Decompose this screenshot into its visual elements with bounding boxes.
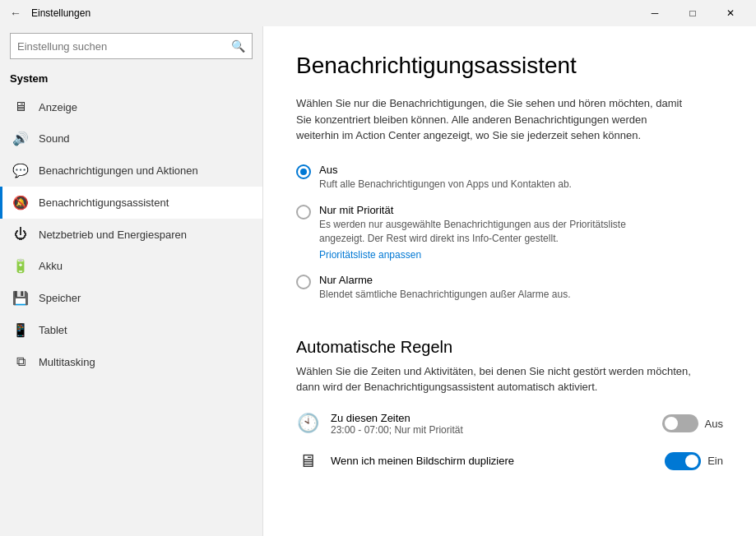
sidebar-item-benachrichtigungen[interactable]: 💬 Benachrichtigungen und Aktionen xyxy=(0,155,262,187)
sidebar-item-label-akku: Akku xyxy=(39,260,63,272)
tablet-icon: 📱 xyxy=(12,322,29,338)
radio-prioritaet-desc: Es werden nur ausgewählte Benachrichtigu… xyxy=(319,218,648,246)
radio-option-aus[interactable]: Aus Ruft alle Benachrichtigungen von App… xyxy=(296,164,723,192)
close-button[interactable]: ✕ xyxy=(712,0,749,26)
radio-prioritaet-label: Nur mit Priorität xyxy=(319,204,648,216)
app-body: 🔍 System 🖥 Anzeige 🔊 Sound 💬 Benachricht… xyxy=(0,26,756,536)
radio-aus-label: Aus xyxy=(319,164,572,176)
anzeige-icon: 🖥 xyxy=(12,99,29,114)
benachrichtigungen-icon: 💬 xyxy=(12,163,29,178)
rule-item-bildschirm: 🖥 Wenn ich meinen Bildschirm dupliziere … xyxy=(296,451,723,472)
radio-aus[interactable] xyxy=(296,164,311,179)
radio-aus-desc: Ruft alle Benachrichtigungen von Apps un… xyxy=(319,178,572,192)
rule-bildschirm-text: Wenn ich meinen Bildschirm dupliziere xyxy=(331,455,653,467)
radio-prioritaet[interactable] xyxy=(296,205,311,219)
titlebar: ← Einstellungen ─ □ ✕ xyxy=(0,0,756,26)
rule-zeiten-text: Zu diesen Zeiten 23:00 - 07:00; Nur mit … xyxy=(331,412,651,436)
maximize-button[interactable]: □ xyxy=(674,0,712,26)
sidebar-section-label: System xyxy=(0,69,262,91)
rule-bildschirm-label: Wenn ich meinen Bildschirm dupliziere xyxy=(331,455,653,467)
toggle-label-bildschirm: Ein xyxy=(707,455,723,467)
speicher-icon: 💾 xyxy=(12,290,29,306)
clock-icon: 🕙 xyxy=(296,413,319,434)
section-title: Automatische Regeln xyxy=(296,338,723,357)
sidebar-item-speicher[interactable]: 💾 Speicher xyxy=(0,282,262,314)
sidebar-item-label-benachrichtigungsassistent: Benachrichtigungsassistent xyxy=(39,196,169,209)
radio-alarme-text: Nur Alarme Blendet sämtliche Benachricht… xyxy=(319,274,571,302)
sidebar: 🔍 System 🖥 Anzeige 🔊 Sound 💬 Benachricht… xyxy=(0,26,263,536)
page-description: Wählen Sie nur die Benachrichtigungen, d… xyxy=(296,95,691,144)
toggle-track-bildschirm[interactable] xyxy=(665,452,701,470)
screen-icon: 🖥 xyxy=(296,451,319,472)
toggle-thumb-bildschirm xyxy=(685,455,698,468)
sidebar-item-akku[interactable]: 🔋 Akku xyxy=(0,250,262,282)
benachrichtigungsassistent-icon: 🔕 xyxy=(12,195,29,210)
search-input[interactable] xyxy=(17,40,231,53)
radio-option-prioritaet[interactable]: Nur mit Priorität Es werden nur ausgewäh… xyxy=(296,204,723,261)
titlebar-controls: ─ □ ✕ xyxy=(636,0,749,26)
akku-icon: 🔋 xyxy=(12,258,29,274)
radio-alarme-desc: Blendet sämtliche Benachrichtigungen auß… xyxy=(319,288,571,302)
radio-option-alarme[interactable]: Nur Alarme Blendet sämtliche Benachricht… xyxy=(296,274,723,302)
toggle-thumb-zeiten xyxy=(665,417,678,430)
sidebar-item-benachrichtigungsassistent[interactable]: 🔕 Benachrichtigungsassistent xyxy=(0,187,262,219)
rule-zeiten-sublabel: 23:00 - 07:00; Nur mit Priorität xyxy=(331,424,651,436)
radio-aus-text: Aus Ruft alle Benachrichtigungen von App… xyxy=(319,164,572,192)
sidebar-item-sound[interactable]: 🔊 Sound xyxy=(0,122,262,155)
titlebar-left: ← Einstellungen xyxy=(7,3,90,23)
sidebar-item-label-speicher: Speicher xyxy=(39,292,81,304)
multitasking-icon: ⧉ xyxy=(12,354,29,369)
sidebar-item-label-netzbetrieb: Netzbetrieb und Energiesparen xyxy=(39,229,187,241)
sidebar-item-label-multitasking: Multitasking xyxy=(39,356,95,368)
rule-bildschirm-toggle[interactable]: Ein xyxy=(665,452,723,470)
rule-zeiten-label: Zu diesen Zeiten xyxy=(331,412,651,424)
page-title: Benachrichtigungsassistent xyxy=(296,53,723,79)
toggle-track-zeiten[interactable] xyxy=(662,414,698,432)
content-area: Benachrichtigungsassistent Wählen Sie nu… xyxy=(263,26,756,536)
minimize-button[interactable]: ─ xyxy=(636,0,674,26)
radio-prioritaet-text: Nur mit Priorität Es werden nur ausgewäh… xyxy=(319,204,648,261)
netzbetrieb-icon: ⏻ xyxy=(12,227,29,242)
sidebar-item-label-anzeige: Anzeige xyxy=(39,101,77,113)
titlebar-title: Einstellungen xyxy=(31,7,90,19)
sidebar-item-anzeige[interactable]: 🖥 Anzeige xyxy=(0,91,262,122)
sound-icon: 🔊 xyxy=(12,131,29,146)
rule-item-zeiten: 🕙 Zu diesen Zeiten 23:00 - 07:00; Nur mi… xyxy=(296,412,723,436)
sidebar-item-label-sound: Sound xyxy=(39,132,70,145)
sidebar-item-label-tablet: Tablet xyxy=(39,324,67,336)
sidebar-item-multitasking[interactable]: ⧉ Multitasking xyxy=(0,346,262,377)
radio-alarme[interactable] xyxy=(296,275,311,289)
toggle-label-zeiten: Aus xyxy=(705,418,723,430)
sidebar-item-tablet[interactable]: 📱 Tablet xyxy=(0,314,262,346)
search-box[interactable]: 🔍 xyxy=(10,33,253,59)
back-button[interactable]: ← xyxy=(7,3,25,23)
sidebar-item-netzbetrieb[interactable]: ⏻ Netzbetrieb und Energiesparen xyxy=(0,219,262,250)
prioritaetsliste-link[interactable]: Prioritätsliste anpassen xyxy=(319,249,648,261)
rule-zeiten-toggle[interactable]: Aus xyxy=(662,414,723,432)
search-icon: 🔍 xyxy=(231,39,245,53)
sidebar-item-label-benachrichtigungen: Benachrichtigungen und Aktionen xyxy=(39,164,198,177)
section-desc: Wählen Sie die Zeiten und Aktivitäten, b… xyxy=(296,363,691,395)
radio-group: Aus Ruft alle Benachrichtigungen von App… xyxy=(296,164,723,315)
radio-alarme-label: Nur Alarme xyxy=(319,274,571,286)
